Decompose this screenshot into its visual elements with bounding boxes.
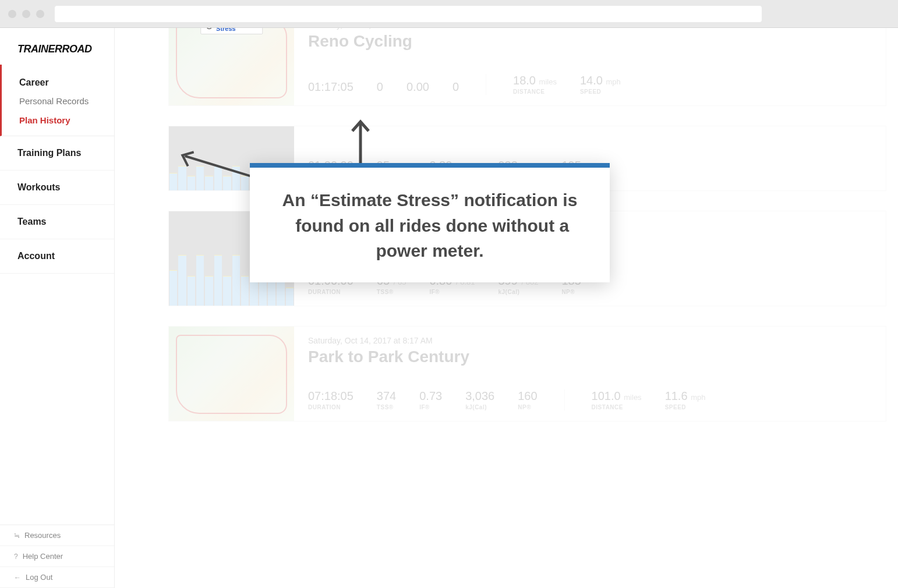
- stat-label: DISTANCE: [513, 88, 557, 95]
- stat-value: 0.00: [406, 80, 429, 93]
- stat-label: NP®: [518, 404, 537, 410]
- stat-unit: miles: [537, 77, 557, 86]
- stat-value: 18.0: [513, 74, 536, 87]
- callout-arrow-up-icon: [349, 118, 372, 167]
- stat-value: 374: [377, 389, 396, 402]
- ride-title: Park to Park Century: [308, 348, 872, 366]
- stat-unit: mph: [604, 77, 621, 86]
- ride-card[interactable]: Saturday, Oct 14, 2017 at 8:17 AMPark to…: [168, 326, 886, 421]
- stat-label: DURATION: [308, 289, 353, 295]
- help-icon: ?: [14, 552, 18, 561]
- stat: 0.73IF®: [419, 389, 442, 410]
- stat-extra: 14.0 mphSPEED: [580, 74, 621, 95]
- resources-icon: ≒: [14, 532, 20, 540]
- browser-chrome: [0, 0, 898, 28]
- stat: 01:17:05: [308, 80, 353, 95]
- nav-workouts[interactable]: Workouts: [0, 171, 114, 205]
- nav-resources-label: Resources: [24, 531, 61, 540]
- stat-label: SPEED: [665, 404, 706, 410]
- nav-logout[interactable]: ← Log Out: [0, 567, 114, 588]
- minimize-window-icon[interactable]: [22, 10, 30, 18]
- stat-label: TSS®: [377, 404, 396, 410]
- stat-label: NP®: [561, 289, 581, 295]
- stat-label: TSS®: [377, 289, 406, 295]
- nav-logout-label: Log Out: [26, 573, 52, 582]
- stat-value: 0.73: [419, 389, 442, 402]
- stat-label: DURATION: [308, 404, 353, 410]
- stat-label: kJ(Cal): [498, 289, 538, 295]
- stat-value: 160: [518, 389, 537, 402]
- svg-line-1: [185, 145, 254, 188]
- brand-logo: TRAINERROAD: [0, 28, 114, 65]
- callout-box: An “Estimate Stress” notification is fou…: [250, 163, 610, 282]
- stat: 0.00: [406, 80, 429, 95]
- sidebar: TRAINERROAD Career Personal Records Plan…: [0, 28, 115, 588]
- nav-help-label: Help Center: [23, 552, 63, 561]
- stat-value: 11.6: [665, 389, 688, 402]
- close-window-icon[interactable]: [8, 10, 16, 18]
- nav-personal-records[interactable]: Personal Records: [2, 91, 114, 111]
- stat-label: kJ(Cal): [465, 404, 494, 410]
- ride-date: Saturday, Oct 14, 2017 at 8:17 AM: [308, 336, 872, 345]
- stat: 3,036kJ(Cal): [465, 389, 494, 410]
- stat: 07:18:05DURATION: [308, 389, 353, 410]
- ride-body: Saturday, Oct 14, 2017 at 8:17 AMPark to…: [294, 327, 886, 421]
- ride-map-thumbnail: [169, 327, 294, 421]
- stat-extra: 18.0 milesDISTANCE: [513, 74, 557, 95]
- stat: 0: [452, 80, 459, 95]
- maximize-window-icon[interactable]: [36, 10, 44, 18]
- nav-account[interactable]: Account: [0, 239, 114, 274]
- nav-resources[interactable]: ≒ Resources: [0, 525, 114, 546]
- logout-icon: ←: [14, 573, 21, 582]
- ride-body: Saturday, Oct 21, 2017 at 8:54 AMReno Cy…: [294, 28, 886, 105]
- stat-value: 14.0: [580, 74, 603, 87]
- alert-icon: !: [206, 28, 213, 29]
- stat-label: IF®: [429, 289, 475, 295]
- ride-date: Saturday, Oct 21, 2017 at 8:54 AM: [308, 28, 872, 30]
- stat-extra: 101.0 milesDISTANCE: [592, 389, 642, 410]
- stat: 374TSS®: [377, 389, 396, 410]
- stat: 0: [377, 80, 383, 95]
- stat-extra: 11.6 mphSPEED: [665, 389, 706, 410]
- stat-divider: [486, 74, 486, 95]
- callout-text: An “Estimate Stress” notification is fou…: [271, 187, 589, 264]
- nav-career-group: Career Personal Records Plan History: [0, 65, 114, 136]
- stat-unit: mph: [689, 393, 706, 402]
- ride-map-thumbnail: !Estimate Stress: [169, 28, 294, 105]
- ride-card[interactable]: !Estimate StressSaturday, Oct 21, 2017 a…: [168, 28, 886, 106]
- stat-label: SPEED: [580, 88, 621, 95]
- stat-value: 01:17:05: [308, 80, 353, 93]
- ride-title: Reno Cycling: [308, 32, 872, 51]
- stat-value: 0: [377, 80, 383, 93]
- stat-value: 101.0: [592, 389, 621, 402]
- estimate-stress-label: Estimate Stress: [216, 28, 257, 32]
- nav-help-center[interactable]: ? Help Center: [0, 546, 114, 567]
- nav-teams[interactable]: Teams: [0, 205, 114, 239]
- stat-label: DISTANCE: [592, 404, 642, 410]
- nav-training-plans[interactable]: Training Plans: [0, 136, 114, 171]
- stat-value: 0: [452, 80, 459, 93]
- url-bar[interactable]: [55, 6, 762, 22]
- stat-value: 3,036: [465, 389, 494, 402]
- stat: 160NP®: [518, 389, 537, 410]
- estimate-stress-pill[interactable]: !Estimate Stress: [200, 28, 263, 34]
- nav-career[interactable]: Career: [2, 70, 114, 91]
- stat-unit: miles: [622, 393, 642, 402]
- main-content: !Estimate StressSaturday, Oct 21, 2017 a…: [115, 28, 898, 588]
- nav-plan-history[interactable]: Plan History: [2, 111, 114, 130]
- stat-label: IF®: [419, 404, 442, 410]
- stat-value: 07:18:05: [308, 389, 353, 402]
- stat-divider: [564, 389, 565, 410]
